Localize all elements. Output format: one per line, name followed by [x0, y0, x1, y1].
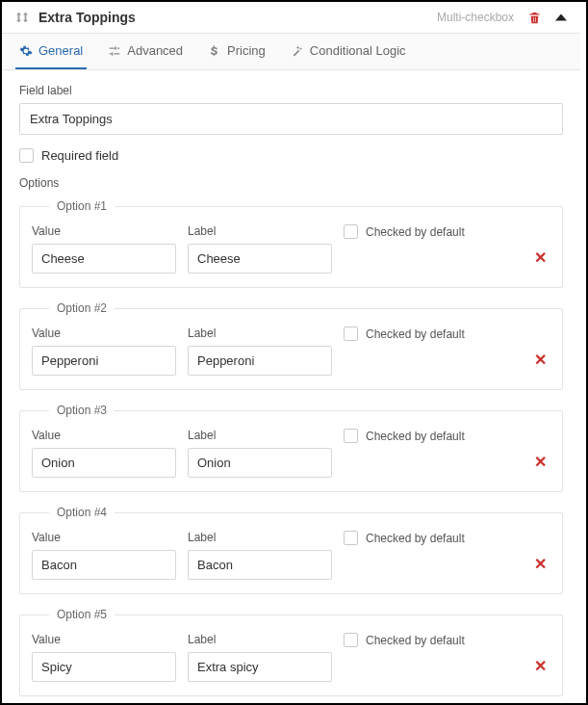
option-checked-default-checkbox[interactable]	[344, 326, 358, 341]
option-value-input[interactable]	[32, 550, 176, 580]
option-value-label: Value	[32, 633, 176, 646]
tab-label: Pricing	[227, 43, 266, 58]
field-type-label: Multi-checkbox	[437, 11, 514, 24]
option-label-label: Label	[188, 224, 332, 238]
option-label-input[interactable]	[188, 244, 332, 274]
field-label-heading: Field label	[19, 84, 563, 97]
option-label-label: Label	[188, 326, 332, 340]
required-field-checkbox[interactable]	[19, 148, 34, 163]
tab-general[interactable]: General	[15, 34, 87, 69]
option-label-label: Label	[188, 531, 332, 544]
option-value-label: Value	[32, 224, 176, 238]
tab-label: Advanced	[127, 43, 183, 58]
delete-field-button[interactable]	[527, 11, 542, 25]
gear-icon	[19, 44, 33, 58]
tabs-bar: General Advanced Pricing Conditional Log…	[2, 34, 580, 70]
remove-option-button[interactable]: ✕	[534, 659, 547, 682]
option-legend: Option #1	[49, 199, 115, 213]
option-checked-default-label: Checked by default	[366, 532, 465, 545]
option-group: Option #2 Value Label Checked by default…	[19, 301, 563, 390]
tab-label: Conditional Logic	[310, 43, 406, 58]
option-checked-default-label: Checked by default	[366, 327, 465, 341]
option-label-label: Label	[188, 429, 332, 442]
field-label-input[interactable]	[19, 103, 563, 135]
option-checked-default-checkbox[interactable]	[344, 633, 358, 647]
option-checked-default-checkbox[interactable]	[344, 531, 358, 545]
option-checked-default-label: Checked by default	[366, 225, 465, 239]
option-checked-default-checkbox[interactable]	[344, 429, 358, 443]
option-checked-default-label: Checked by default	[366, 634, 465, 647]
option-group: Option #4 Value Label Checked by default…	[19, 506, 563, 594]
collapse-toggle[interactable]	[555, 12, 567, 23]
option-label-input[interactable]	[188, 346, 332, 376]
option-legend: Option #4	[49, 506, 115, 519]
option-value-input[interactable]	[32, 346, 176, 376]
option-value-input[interactable]	[32, 244, 176, 274]
field-title: Extra Toppings	[38, 10, 136, 25]
panel-header: Extra Toppings Multi-checkbox	[2, 2, 580, 34]
option-value-label: Value	[32, 429, 176, 442]
option-legend: Option #3	[49, 404, 115, 417]
tab-pricing[interactable]: Pricing	[204, 34, 269, 69]
option-checked-default-label: Checked by default	[366, 430, 465, 443]
remove-option-button[interactable]: ✕	[534, 250, 547, 274]
remove-option-button[interactable]: ✕	[534, 455, 547, 478]
dollar-icon	[208, 44, 221, 58]
option-value-label: Value	[32, 326, 176, 340]
option-group: Option #1 Value Label Checked by default…	[19, 199, 563, 288]
option-legend: Option #2	[49, 301, 115, 315]
tab-advanced[interactable]: Advanced	[104, 34, 187, 69]
wand-icon	[291, 44, 304, 58]
option-label-input[interactable]	[188, 652, 332, 682]
tab-conditional-logic[interactable]: Conditional Logic	[287, 34, 410, 69]
option-value-label: Value	[32, 531, 176, 544]
option-label-input[interactable]	[188, 448, 332, 478]
tab-label: General	[38, 43, 83, 58]
option-value-input[interactable]	[32, 652, 176, 682]
option-value-input[interactable]	[32, 448, 176, 478]
option-group: Option #5 Value Label Checked by default…	[19, 608, 563, 696]
option-label-label: Label	[188, 633, 332, 646]
option-checked-default-checkbox[interactable]	[344, 224, 358, 239]
option-label-input[interactable]	[188, 550, 332, 580]
option-legend: Option #5	[49, 608, 115, 621]
required-field-label: Required field	[41, 148, 118, 163]
remove-option-button[interactable]: ✕	[534, 557, 547, 580]
remove-option-button[interactable]: ✕	[534, 352, 547, 376]
option-group: Option #3 Value Label Checked by default…	[19, 404, 563, 492]
drag-handle-icon[interactable]	[15, 11, 29, 24]
sliders-icon	[108, 44, 121, 58]
options-heading: Options	[19, 176, 563, 190]
